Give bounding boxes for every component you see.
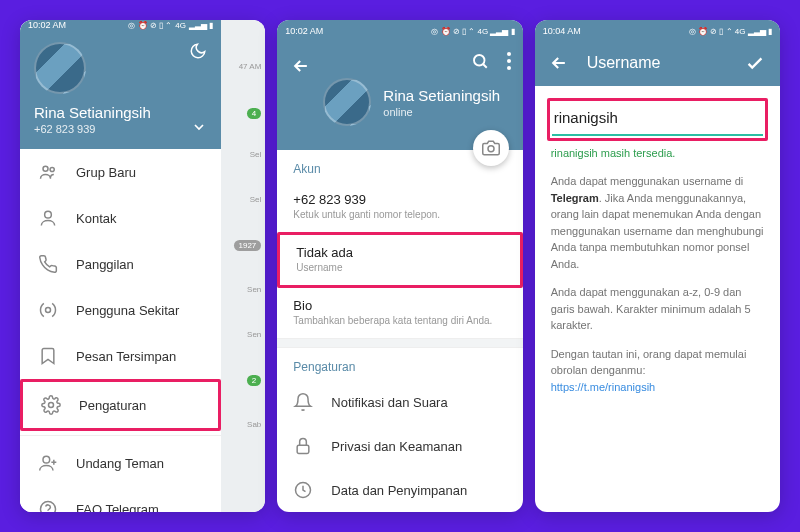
status-time: 10:04 AM: [543, 26, 581, 36]
svg-point-3: [46, 308, 51, 313]
status-bar: 10:02 AM ◎ ⏰ ⊘ ▯ ⌃ 4G ▂▃▅ ▮: [277, 20, 522, 42]
drawer-header: Rina Setianingsih +62 823 939: [20, 30, 221, 149]
description-2: Anda dapat menggunakan a-z, 0-9 dan gari…: [535, 278, 780, 340]
svg-point-8: [507, 52, 511, 56]
menu-label: Panggilan: [76, 257, 134, 272]
username-header: Username: [535, 42, 780, 86]
menu-nearby[interactable]: Pengguna Sekitar: [20, 287, 221, 333]
confirm-icon[interactable]: [744, 52, 766, 74]
status-bar: 10:02 AM ◎ ⏰ ⊘ ▯ ⌃ 4G ▂▃▅ ▮: [20, 20, 221, 30]
back-icon[interactable]: [291, 56, 311, 76]
menu-label: Pengguna Sekitar: [76, 303, 179, 318]
divider: [20, 435, 221, 436]
status-icons: ◎ ⏰ ⊘ ▯ ⌃ 4G ▂▃▅ ▮: [689, 27, 772, 36]
phone-icon: [38, 254, 58, 274]
item-label: Privasi dan Keamanan: [331, 439, 462, 454]
avatar[interactable]: [34, 42, 86, 94]
profile-phone: +62 823 939: [34, 123, 207, 135]
avatar[interactable]: [323, 78, 371, 126]
bell-icon: [293, 392, 313, 412]
background-chatlist: 47 AM 4 Sel Sel 1927 Sen Sen 2 Sab: [221, 20, 265, 512]
menu-faq[interactable]: FAQ Telegram: [20, 486, 221, 512]
svg-point-7: [474, 55, 485, 66]
camera-fab[interactable]: [473, 130, 509, 166]
group-icon: [38, 162, 58, 182]
svg-point-4: [49, 403, 54, 408]
item-privacy[interactable]: Privasi dan Keamanan: [277, 424, 522, 468]
nav-drawer: 10:02 AM ◎ ⏰ ⊘ ▯ ⌃ 4G ▂▃▅ ▮ Rina Setiani…: [20, 20, 221, 512]
row-bio[interactable]: Bio Tambahkan beberapa kata tentang diri…: [277, 288, 522, 338]
data-icon: [293, 480, 313, 500]
menu-invite[interactable]: Undang Teman: [20, 440, 221, 486]
profile-name: Rina Setianingsih: [383, 87, 500, 104]
status-time: 10:02 AM: [28, 20, 66, 30]
availability-text: rinanigsih masih tersedia.: [535, 147, 780, 167]
night-mode-icon[interactable]: [189, 42, 207, 60]
status-icons: ◎ ⏰ ⊘ ▯ ⌃ 4G ▂▃▅ ▮: [128, 21, 213, 30]
more-icon[interactable]: [507, 52, 511, 70]
phone-hint: Ketuk untuk ganti nomor telepon.: [293, 209, 506, 220]
gear-icon: [41, 395, 61, 415]
menu-label: Undang Teman: [76, 456, 164, 471]
search-icon[interactable]: [471, 52, 489, 70]
status-icons: ◎ ⏰ ⊘ ▯ ⌃ 4G ▂▃▅ ▮: [431, 27, 514, 36]
row-phone[interactable]: +62 823 939 Ketuk untuk ganti nomor tele…: [277, 182, 522, 232]
svg-rect-12: [297, 445, 309, 453]
menu-contacts[interactable]: Kontak: [20, 195, 221, 241]
screen-settings: 10:02 AM ◎ ⏰ ⊘ ▯ ⌃ 4G ▂▃▅ ▮ Rina Setiani…: [277, 20, 522, 512]
username-value: Tidak ada: [296, 245, 503, 260]
svg-point-10: [507, 66, 511, 70]
item-notifications[interactable]: Notifikasi dan Suara: [277, 380, 522, 424]
username-input[interactable]: [552, 103, 763, 136]
svg-point-0: [43, 166, 48, 171]
username-label: Username: [296, 262, 503, 273]
separator: [277, 338, 522, 348]
svg-point-2: [45, 211, 52, 218]
svg-point-5: [43, 456, 50, 463]
svg-point-1: [50, 167, 54, 171]
contact-icon: [38, 208, 58, 228]
bio-hint: Tambahkan beberapa kata tentang diri And…: [293, 315, 506, 326]
menu-label: Kontak: [76, 211, 116, 226]
profile-name: Rina Setianingsih: [34, 104, 207, 121]
menu-new-group[interactable]: Grup Baru: [20, 149, 221, 195]
status-time: 10:02 AM: [285, 26, 323, 36]
nearby-icon: [38, 300, 58, 320]
add-user-icon: [38, 453, 58, 473]
description-1: Anda dapat menggunakan username di Teleg…: [535, 167, 780, 278]
help-icon: [38, 499, 58, 512]
settings-header: Rina Setianingsih online: [277, 42, 522, 150]
row-username[interactable]: Tidak ada Username: [277, 232, 522, 288]
menu-label: Pesan Tersimpan: [76, 349, 176, 364]
lock-icon: [293, 436, 313, 456]
settings-body: Akun +62 823 939 Ketuk untuk ganti nomor…: [277, 150, 522, 512]
menu-label: Pengaturan: [79, 398, 146, 413]
section-settings: Pengaturan: [277, 348, 522, 380]
item-label: Data dan Penyimpanan: [331, 483, 467, 498]
menu-label: FAQ Telegram: [76, 502, 159, 513]
menu-calls[interactable]: Panggilan: [20, 241, 221, 287]
phone-number: +62 823 939: [293, 192, 506, 207]
description-3: Dengan tautan ini, orang dapat memulai o…: [535, 340, 780, 402]
item-data[interactable]: Data dan Penyimpanan: [277, 468, 522, 512]
username-input-wrap: [547, 98, 768, 141]
profile-status: online: [383, 106, 500, 118]
item-label: Notifikasi dan Suara: [331, 395, 447, 410]
screen-username: 10:04 AM ◎ ⏰ ⊘ ▯ ⌃ 4G ▂▃▅ ▮ Username rin…: [535, 20, 780, 512]
username-link[interactable]: https://t.me/rinanigsih: [551, 381, 656, 393]
menu-settings[interactable]: Pengaturan: [20, 379, 221, 431]
chevron-down-icon[interactable]: [191, 119, 207, 135]
back-icon[interactable]: [549, 53, 569, 73]
menu-saved[interactable]: Pesan Tersimpan: [20, 333, 221, 379]
svg-point-11: [488, 146, 494, 152]
page-title: Username: [587, 54, 661, 72]
bio-label: Bio: [293, 298, 506, 313]
bookmark-icon: [38, 346, 58, 366]
drawer-menu: Grup Baru Kontak Panggilan Pengguna Seki…: [20, 149, 221, 512]
status-bar: 10:04 AM ◎ ⏰ ⊘ ▯ ⌃ 4G ▂▃▅ ▮: [535, 20, 780, 42]
screen-drawer: 10:02 AM ◎ ⏰ ⊘ ▯ ⌃ 4G ▂▃▅ ▮ Rina Setiani…: [20, 20, 265, 512]
svg-point-9: [507, 59, 511, 63]
menu-label: Grup Baru: [76, 165, 136, 180]
